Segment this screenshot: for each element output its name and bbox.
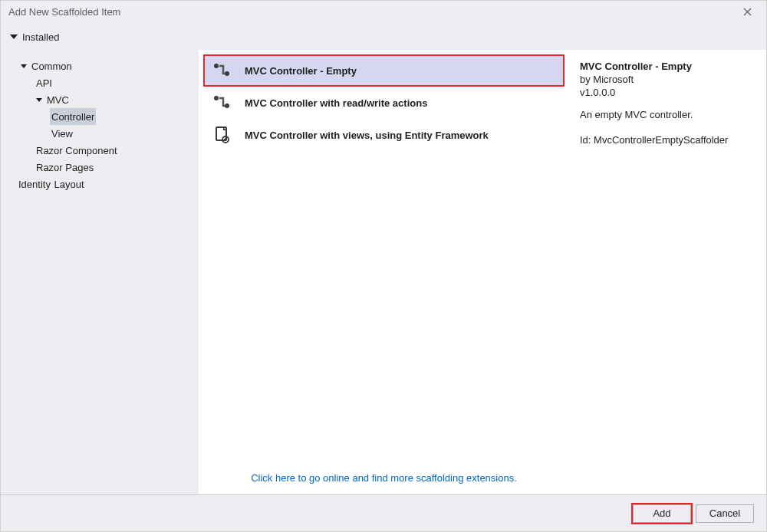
details-author-name: Microsoft (593, 74, 634, 85)
sidebar-item-label: Identity (18, 179, 51, 190)
sidebar-tree: Common API MVC Controll (1, 57, 199, 192)
details-author-prefix: by (580, 74, 593, 85)
controller-icon (212, 93, 232, 113)
template-title: MVC Controller - Empty (245, 65, 357, 77)
controller-ef-icon (212, 125, 232, 145)
sidebar-item-razor-component[interactable]: Razor Component (35, 142, 119, 159)
template-title: MVC Controller with read/write actions (245, 97, 427, 109)
template-item-mvc-empty[interactable]: MVC Controller - Empty (203, 54, 565, 87)
sidebar-item-label: MVC (47, 94, 69, 106)
dialog-footer: Add Cancel (1, 494, 766, 531)
details-title: MVC Controller - Empty (580, 61, 755, 72)
sidebar-item-view[interactable]: View (50, 125, 74, 142)
online-extensions-link[interactable]: Click here to go online and find more sc… (251, 472, 517, 484)
sidebar-item-label: View (51, 128, 73, 140)
sidebar-item-label: API (36, 77, 52, 89)
svg-point-1 (225, 71, 229, 76)
sidebar-item-label: Layout (54, 179, 84, 190)
online-extensions-row: Click here to go online and find more sc… (203, 458, 565, 494)
chevron-down-icon (36, 98, 42, 102)
sidebar-item-label: Razor Pages (36, 162, 94, 173)
category-bar[interactable]: Installed (1, 24, 766, 50)
template-item-mvc-ef[interactable]: MVC Controller with views, using Entity … (203, 119, 565, 151)
template-list: MVC Controller - Empty MVC Controller wi… (199, 50, 569, 494)
cancel-button[interactable]: Cancel (696, 504, 754, 523)
svg-point-2 (214, 96, 219, 100)
chevron-down-icon (21, 64, 27, 68)
details-id-value: MvcControllerEmptyScaffolder (594, 134, 728, 146)
category-label: Installed (22, 31, 59, 43)
close-button[interactable] (734, 3, 760, 21)
details-description: An empty MVC controller. (580, 109, 755, 120)
svg-point-3 (225, 103, 229, 108)
title-bar: Add New Scaffolded Item (1, 1, 766, 24)
template-item-mvc-readwrite[interactable]: MVC Controller with read/write actions (203, 87, 565, 119)
sidebar-item-razor-pages[interactable]: Razor Pages (35, 159, 95, 176)
template-title: MVC Controller with views, using Entity … (245, 130, 489, 141)
sidebar-item-label: Razor Component (36, 145, 117, 156)
add-button[interactable]: Add (633, 504, 691, 523)
details-panel: MVC Controller - Empty by Microsoft v1.0… (569, 50, 766, 494)
chevron-down-icon (10, 34, 18, 39)
sidebar-item-common[interactable]: Common (19, 57, 74, 74)
details-version: v1.0.0.0 (580, 87, 755, 98)
svg-point-0 (214, 64, 219, 68)
details-id-prefix: Id: (580, 134, 594, 146)
sidebar: Common API MVC Controll (1, 50, 199, 494)
sidebar-item-api[interactable]: API (35, 74, 54, 91)
sidebar-item-controller[interactable]: Controller (50, 108, 96, 125)
sidebar-item-mvc[interactable]: MVC (35, 91, 71, 108)
window-title: Add New Scaffolded Item (8, 6, 120, 18)
sidebar-item-label: Controller (51, 111, 94, 123)
sidebar-item-layout[interactable]: Layout (53, 176, 86, 192)
main-content: Common API MVC Controll (1, 50, 766, 494)
details-id: Id: MvcControllerEmptyScaffolder (580, 134, 755, 146)
sidebar-item-label: Common (31, 61, 72, 72)
sidebar-item-identity[interactable]: Identity (17, 176, 52, 192)
close-icon (743, 8, 752, 16)
details-author: by Microsoft (580, 74, 755, 85)
controller-icon (212, 61, 232, 80)
